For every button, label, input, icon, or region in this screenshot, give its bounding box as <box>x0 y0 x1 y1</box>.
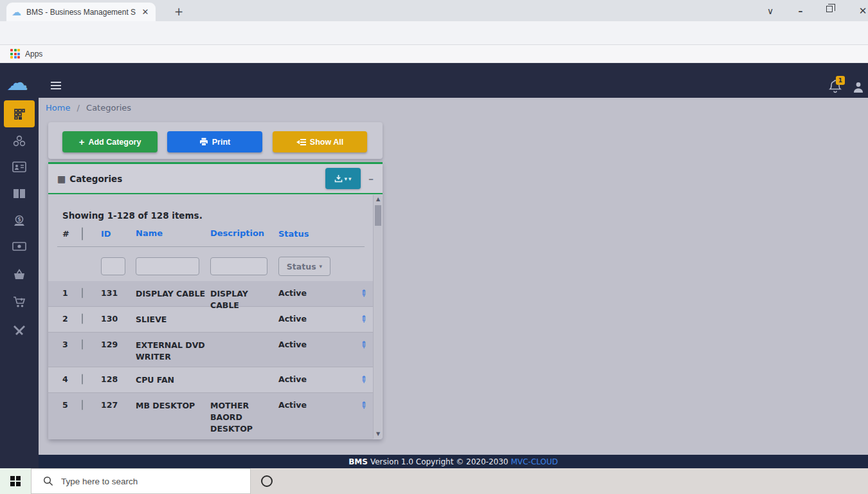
sidebar-item-sales[interactable] <box>0 296 39 308</box>
cart-plus-icon <box>13 296 26 308</box>
scroll-down-icon[interactable]: ▼ <box>374 430 383 439</box>
table-row[interactable]: 1 131 DISPLAY CABLE DISPLAY CABLE Active… <box>48 281 373 307</box>
start-button[interactable] <box>0 468 31 494</box>
printer-icon <box>199 138 208 146</box>
panel-scrollbar[interactable]: ▲ ▼ <box>373 195 382 439</box>
edit-pencil-icon[interactable]: ✏ <box>359 376 369 383</box>
scrollbar-thumb[interactable] <box>375 205 381 226</box>
table-row[interactable]: 4 128 CPU FAN Active ✏ <box>48 367 373 393</box>
table-row[interactable]: 5 127 MB DESKTOP MOTHER BAORD DESKTOP Ac… <box>48 393 373 439</box>
sidebar-item-cluster[interactable] <box>0 135 39 147</box>
breadcrumb-separator: / <box>77 103 80 113</box>
col-header-id[interactable]: ID <box>101 229 136 239</box>
breadcrumb-current: Categories <box>86 103 131 113</box>
windows-logo-icon <box>10 476 21 486</box>
panel-header: ▦ Categories ▾ ▾ – <box>48 164 383 194</box>
panel-title: Categories <box>69 174 122 184</box>
col-header-name[interactable]: Name <box>136 228 210 240</box>
columns-icon <box>13 188 26 199</box>
print-label: Print <box>212 138 230 147</box>
new-tab-button[interactable]: + <box>171 5 186 20</box>
show-all-button[interactable]: Show All <box>273 131 367 152</box>
select-all-checkbox[interactable] <box>82 227 83 241</box>
edit-pencil-icon[interactable]: ✏ <box>359 289 369 297</box>
export-button[interactable]: ▾ ▾ <box>325 168 361 189</box>
add-category-label: Add Category <box>88 138 141 147</box>
tab-favicon-cloud-icon: ☁ <box>12 7 22 17</box>
tab-title: BMS - Business Management Stu <box>26 8 136 17</box>
tab-close-icon[interactable]: ✕ <box>140 7 150 17</box>
window-close-button[interactable]: ✕ <box>853 5 868 17</box>
table-summary: Showing 1-128 of 128 items. <box>62 210 203 221</box>
sidebar-item-categories[interactable] <box>4 100 35 127</box>
apps-shortcut[interactable]: Apps <box>25 50 42 59</box>
print-button[interactable]: Print <box>167 131 262 152</box>
status-value: Active <box>278 400 339 410</box>
caret-down-icon: ▾ <box>344 176 347 182</box>
cortana-icon[interactable] <box>261 475 273 487</box>
browser-toolbar: ← → ⟳ bms.mvccloud.com/web/category/inde… <box>0 21 868 45</box>
breadcrumb-home-link[interactable]: Home <box>46 103 70 113</box>
filter-name-input[interactable] <box>136 257 199 275</box>
cluster-icon <box>13 135 26 147</box>
sidebar-item-payments[interactable]: $ <box>0 215 39 227</box>
table-icon: ▦ <box>57 174 66 184</box>
col-header-num: # <box>62 229 82 239</box>
hamburger-menu-icon[interactable] <box>51 82 61 91</box>
table-row[interactable]: 2 130 SLIEVE Active ✏ <box>48 307 373 333</box>
sidebar-item-purchases[interactable] <box>0 269 39 280</box>
tools-icon <box>13 324 26 336</box>
sidebar-item-settings[interactable] <box>0 324 39 336</box>
browser-tab[interactable]: ☁ BMS - Business Management Stu ✕ <box>6 3 156 21</box>
user-account-icon[interactable] <box>853 81 864 96</box>
donate-icon: $ <box>13 215 26 227</box>
search-icon <box>43 476 53 486</box>
screen: ☁ BMS - Business Management Stu ✕ + ∨ – … <box>0 0 868 494</box>
divider <box>57 246 365 247</box>
row-checkbox[interactable] <box>82 399 83 410</box>
tab-search-chevron-icon[interactable]: ∨ <box>761 5 780 17</box>
taskbar-search[interactable] <box>31 468 251 494</box>
sidebar-item-contacts[interactable] <box>0 161 39 172</box>
categories-panel: ▦ Categories ▾ ▾ – Showing 1-128 of 128 … <box>48 162 383 439</box>
table-cells-icon <box>13 107 26 120</box>
sidebar-item-cash[interactable] <box>0 242 39 251</box>
col-header-description[interactable]: Description <box>210 228 278 240</box>
window-minimize-button[interactable]: – <box>791 5 810 17</box>
status-value: Active <box>278 374 339 384</box>
col-header-status[interactable]: Status <box>278 229 339 239</box>
footer-brand: BMS <box>348 457 368 466</box>
apps-grid-icon[interactable] <box>10 49 20 59</box>
money-bill-icon <box>12 242 26 251</box>
notification-badge: 1 <box>836 76 845 85</box>
add-category-button[interactable]: + Add Category <box>62 131 158 152</box>
status-value: Active <box>278 314 339 324</box>
collapse-panel-icon[interactable]: – <box>368 172 374 185</box>
brand-cloud-icon[interactable]: ☁ <box>6 69 28 95</box>
show-all-label: Show All <box>310 138 343 147</box>
edit-pencil-icon[interactable]: ✏ <box>359 341 369 349</box>
browser-tabstrip: ☁ BMS - Business Management Stu ✕ + ∨ – … <box>0 0 868 21</box>
edit-pencil-icon[interactable]: ✏ <box>359 401 369 409</box>
footer-mvc-cloud-link[interactable]: MVC-CLOUD <box>511 457 557 466</box>
filter-status-dropdown[interactable]: Status ▾ <box>278 257 330 276</box>
row-checkbox[interactable] <box>82 374 83 385</box>
taskbar-search-input[interactable] <box>61 477 215 486</box>
status-value: Active <box>278 340 339 349</box>
basket-icon <box>13 269 26 280</box>
table-header-row: # ID Name Description Status <box>48 228 373 240</box>
edit-pencil-icon[interactable]: ✏ <box>359 315 369 323</box>
window-restore-button[interactable] <box>826 6 833 12</box>
filter-description-input[interactable] <box>210 257 267 275</box>
row-checkbox[interactable] <box>82 339 83 350</box>
table-row[interactable]: 3 129 EXTERNAL DVD WRITER Active ✏ <box>48 333 373 367</box>
bookmarks-bar: Apps <box>0 45 868 63</box>
sidebar-item-columns[interactable] <box>0 188 39 199</box>
caret-down-icon: ▾ <box>320 263 323 270</box>
panel-body: Showing 1-128 of 128 items. # ID Name De… <box>48 194 383 439</box>
svg-text:$: $ <box>17 217 21 223</box>
row-checkbox[interactable] <box>82 288 83 298</box>
row-checkbox[interactable] <box>82 313 83 324</box>
filter-id-input[interactable] <box>101 257 125 275</box>
scroll-up-icon[interactable]: ▲ <box>374 195 383 204</box>
